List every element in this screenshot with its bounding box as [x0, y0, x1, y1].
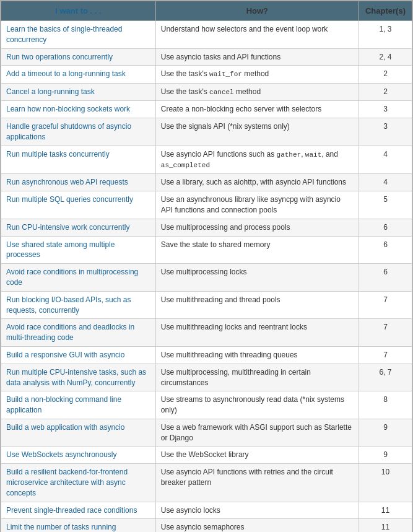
cell-how: Use a web framework with ASGI support su…	[155, 419, 359, 447]
cell-chapter: 11	[359, 502, 412, 519]
table-row: Use shared state among multiple processe…	[1, 236, 412, 264]
cell-how: Save the state to shared memory	[155, 236, 359, 264]
table-row: Use WebSockets asynchronouslyUse the Web…	[1, 447, 412, 464]
cell-chapter: 10	[359, 464, 412, 502]
cell-how: Use streams to asynchronously read data …	[155, 391, 359, 419]
cell-how: Use asyncio API functions with retries a…	[155, 464, 359, 502]
cell-want: Add a timeout to a long-running task	[1, 66, 156, 83]
cell-want: Prevent single-threaded race conditions	[1, 502, 156, 519]
cell-how: Use a library, such as aiohttp, with asy…	[155, 174, 359, 191]
cell-how: Understand how selectors and the event l…	[155, 21, 359, 49]
cell-chapter: 6	[359, 219, 412, 236]
table-row: Run CPU-intensive work concurrentlyUse m…	[1, 219, 412, 236]
cell-want: Learn the basics of single-threaded conc…	[1, 21, 156, 49]
cell-how: Use asyncio semaphores	[155, 519, 359, 532]
cell-chapter: 3	[359, 101, 412, 118]
table-body: Learn the basics of single-threaded conc…	[1, 21, 412, 533]
table-row: Avoid race conditions in multiprocessing…	[1, 264, 412, 292]
cell-chapter: 9	[359, 447, 412, 464]
cell-chapter: 8	[359, 391, 412, 419]
cell-chapter: 7	[359, 319, 412, 347]
cell-want: Use WebSockets asynchronously	[1, 447, 156, 464]
cell-want: Learn how non-blocking sockets work	[1, 101, 156, 118]
cell-chapter: 9	[359, 419, 412, 447]
table-row: Build a responsive GUI with asyncioUse m…	[1, 346, 412, 364]
header-want: I want to . . .	[1, 1, 156, 21]
cell-how: Use multiprocessing and process pools	[155, 219, 359, 236]
cell-how: Use asyncio API functions such as gather…	[155, 146, 359, 174]
table-row: Handle graceful shutdowns of asyncio app…	[1, 118, 412, 146]
table-row: Learn how non-blocking sockets workCreat…	[1, 101, 412, 118]
table-row: Learn the basics of single-threaded conc…	[1, 21, 412, 49]
cell-chapter: 2, 4	[359, 48, 412, 66]
cell-chapter: 6, 7	[359, 364, 412, 391]
cell-chapter: 11	[359, 519, 412, 532]
cell-how: Use the task's wait_for method	[155, 66, 359, 83]
cell-chapter: 6	[359, 264, 412, 292]
reference-table: I want to . . . How? Chapter(s) Learn th…	[0, 0, 413, 532]
cell-want: Run blocking I/O-based APIs, such as req…	[1, 291, 156, 319]
cell-want: Build a non-blocking command line applic…	[1, 391, 156, 419]
cell-chapter: 3	[359, 118, 412, 146]
cell-chapter: 4	[359, 146, 412, 174]
cell-how: Use the WebSocket library	[155, 447, 359, 464]
cell-how: Use asyncio locks	[155, 502, 359, 519]
cell-how: Use multithreading locks and reentrant l…	[155, 319, 359, 347]
table-row: Cancel a long-running taskUse the task's…	[1, 83, 412, 100]
cell-want: Use shared state among multiple processe…	[1, 236, 156, 264]
cell-chapter: 7	[359, 291, 412, 319]
cell-how: Use multithreading with threading queues	[155, 346, 359, 364]
header-how: How?	[155, 1, 359, 21]
cell-chapter: 6	[359, 236, 412, 264]
cell-how: Use the task's cancel method	[155, 83, 359, 100]
cell-how: Use multiprocessing, multithreading in c…	[155, 364, 359, 391]
cell-want: Cancel a long-running task	[1, 83, 156, 100]
cell-want: Avoid race conditions in multiprocessing…	[1, 264, 156, 292]
cell-want: Run multiple SQL queries concurrently	[1, 191, 156, 219]
table-row: Avoid race conditions and deadlocks in m…	[1, 319, 412, 347]
table-row: Build a web application with asyncioUse …	[1, 419, 412, 447]
cell-want: Handle graceful shutdowns of asyncio app…	[1, 118, 156, 146]
cell-want: Run multiple tasks concurrently	[1, 146, 156, 174]
table-row: Run blocking I/O-based APIs, such as req…	[1, 291, 412, 319]
table-header-row: I want to . . . How? Chapter(s)	[1, 1, 412, 21]
header-chapter: Chapter(s)	[359, 1, 412, 21]
table-row: Build a resilient backend-for-frontend m…	[1, 464, 412, 502]
cell-want: Limit the number of tasks running concur…	[1, 519, 156, 532]
table-row: Run two operations concurrentlyUse async…	[1, 48, 412, 66]
cell-how: Use the signals API (*nix systems only)	[155, 118, 359, 146]
table-row: Run multiple CPU-intensive tasks, such a…	[1, 364, 412, 391]
cell-want: Build a resilient backend-for-frontend m…	[1, 464, 156, 502]
cell-want: Run multiple CPU-intensive tasks, such a…	[1, 364, 156, 391]
cell-chapter: 5	[359, 191, 412, 219]
cell-want: Run CPU-intensive work concurrently	[1, 219, 156, 236]
cell-how: Use multiprocessing locks	[155, 264, 359, 292]
table-row: Run asynchronous web API requestsUse a l…	[1, 174, 412, 191]
cell-chapter: 2	[359, 66, 412, 83]
cell-how: Use an asynchronous library like asyncpg…	[155, 191, 359, 219]
cell-want: Avoid race conditions and deadlocks in m…	[1, 319, 156, 347]
cell-want: Build a responsive GUI with asyncio	[1, 346, 156, 364]
cell-chapter: 1, 3	[359, 21, 412, 49]
cell-chapter: 4	[359, 174, 412, 191]
cell-chapter: 7	[359, 346, 412, 364]
table-row: Add a timeout to a long-running taskUse …	[1, 66, 412, 83]
table-row: Prevent single-threaded race conditionsU…	[1, 502, 412, 519]
cell-how: Use asyncio tasks and API functions	[155, 48, 359, 66]
table-row: Build a non-blocking command line applic…	[1, 391, 412, 419]
cell-want: Build a web application with asyncio	[1, 419, 156, 447]
cell-how: Use multithreading and thread pools	[155, 291, 359, 319]
cell-how: Create a non-blocking echo server with s…	[155, 101, 359, 118]
cell-want: Run asynchronous web API requests	[1, 174, 156, 191]
cell-want: Run two operations concurrently	[1, 48, 156, 66]
cell-chapter: 2	[359, 83, 412, 100]
table-row: Limit the number of tasks running concur…	[1, 519, 412, 532]
table-row: Run multiple tasks concurrentlyUse async…	[1, 146, 412, 174]
table-row: Run multiple SQL queries concurrentlyUse…	[1, 191, 412, 219]
